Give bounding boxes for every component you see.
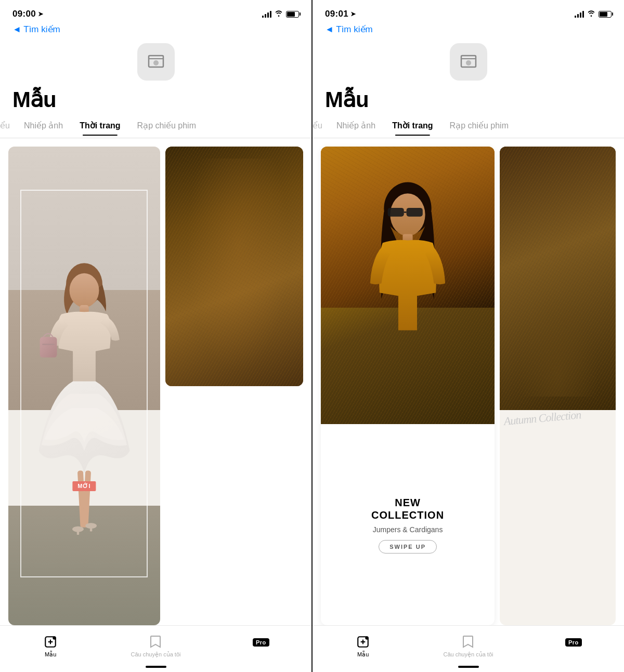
tab-thoi-trang-left[interactable]: Thời trang [71,116,128,136]
right-phone-panel: 09:01 ➤ ◄ Tìm kiếm Mẫu [313,0,624,672]
bottom-nav-left: Mẫu Câu chuyện của tôi Pro — [0,625,311,672]
battery-icon [286,11,299,18]
nav-item-cau-chuyen-right[interactable]: Câu chuyện của tôi [444,635,493,658]
nc-text-area: NEW COLLECTION Jumpers & Cardigans SWIPE… [321,424,495,625]
pro-icon: Pro [254,635,268,650]
tab-thoi-trang-right[interactable]: Thời trang [384,116,441,136]
app-logo-left [137,43,175,81]
svg-rect-6 [42,344,55,345]
status-bar-left: 09:00 ➤ [0,0,311,23]
status-time-right: 09:01 ➤ [325,9,356,19]
location-arrow-icon: ➤ [38,10,43,18]
nav-indicator-left [146,666,166,668]
create-icon [43,635,58,649]
nc-subtitle: Jumpers & Cardigans [373,525,443,534]
model-figure-right [347,174,469,424]
pro-icon-right: Pro [566,635,581,650]
fashion-template-card[interactable]: MỚI [8,147,160,625]
dark-photo-card [165,147,303,386]
bookmark-icon [148,635,163,649]
nav-item-mau-left[interactable]: Mẫu [30,635,71,658]
nav-back-left[interactable]: ◄ Tìm kiếm [0,23,311,39]
tabs-left: ểu Nhiếp ảnh Thời trang Rạp chiếu phim [0,114,311,138]
model-figure [27,185,141,625]
svg-rect-10 [77,528,79,535]
autumn-text-area: Autumn Collection [500,410,616,625]
app-logo-right [450,43,487,81]
tab-ieu-left[interactable]: ểu [0,116,16,136]
tab-nhiep-anh-right[interactable]: Nhiếp ảnh [328,116,384,136]
page-title-right: Mẫu [313,83,624,114]
status-time-left: 09:00 ➤ [12,9,43,19]
model-svg [27,185,141,625]
autumn-photo [500,147,616,410]
svg-point-28 [366,636,369,640]
wifi-icon-right [587,10,595,18]
nav-item-mau-right[interactable]: Mẫu [342,635,384,658]
templates-area-right: NEW COLLECTION Jumpers & Cardigans SWIPE… [313,138,624,625]
status-bar-right: 09:01 ➤ [313,0,624,23]
svg-point-1 [153,60,159,65]
svg-point-3 [69,273,99,308]
battery-icon-right [599,11,612,18]
swipe-up-button[interactable]: SWIPE UP [379,540,437,554]
tabs-right: ểu Nhiếp ảnh Thời trang Rạp chiếu phim [313,114,624,138]
page-title-left: Mẫu [0,83,311,114]
nav-item-cau-chuyen-left[interactable]: Câu chuyện của tôi [131,635,181,658]
bottom-nav-right: Mẫu Câu chuyện của tôi Pro — [313,625,624,672]
svg-rect-12 [90,524,92,531]
nav-back-right[interactable]: ◄ Tìm kiếm [313,23,624,39]
signal-icon [262,10,271,18]
logo-icon-right [458,51,479,72]
app-logo-area-left [0,39,311,83]
autumn-collection-card[interactable]: Autumn Collection [500,147,616,625]
nc-title: NEW COLLECTION [371,496,444,521]
bookmark-icon-right [461,635,475,649]
nc-photo [321,147,495,424]
nav-item-pro-left[interactable]: Pro — [240,635,282,658]
tab-ieu-right[interactable]: ểu [313,116,328,136]
location-arrow-icon-right: ➤ [350,10,356,18]
svg-point-18 [466,60,471,65]
nav-item-pro-right[interactable]: Pro — [553,635,594,658]
svg-rect-5 [40,337,57,357]
status-icons-right [575,10,612,18]
wifi-icon [275,10,283,18]
autumn-script-text: Autumn Collection [503,409,581,428]
left-phone-panel: 09:00 ➤ ◄ Tìm kiếm Mẫu [0,0,311,672]
signal-icon-right [575,10,584,18]
tab-nhiep-anh-left[interactable]: Nhiếp ảnh [16,116,71,136]
new-collection-card[interactable]: NEW COLLECTION Jumpers & Cardigans SWIPE… [321,147,495,625]
tab-rap-chieu-phim-left[interactable]: Rạp chiếu phim [129,116,204,136]
create-icon-right [356,635,370,649]
moi-badge: MỚI [72,481,96,491]
svg-rect-22 [407,208,423,217]
tab-rap-chieu-phim-right[interactable]: Rạp chiếu phim [441,116,517,136]
svg-point-16 [53,636,57,640]
templates-area-left: MỚI [0,138,311,625]
app-logo-area-right [313,39,624,83]
status-icons-left [262,10,299,18]
dark-partial-card[interactable] [165,147,303,625]
nav-indicator-right [458,666,479,668]
logo-icon [146,51,166,72]
svg-rect-21 [388,208,404,217]
